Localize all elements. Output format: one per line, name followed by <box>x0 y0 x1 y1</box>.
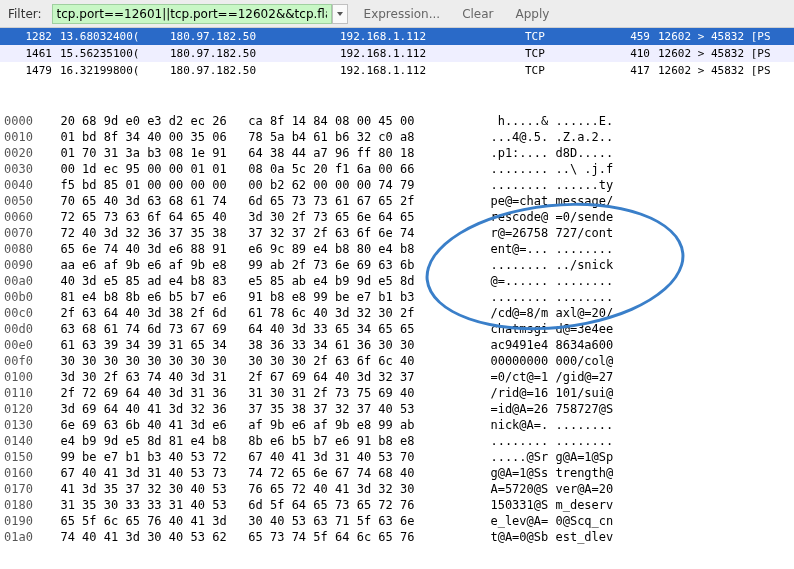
hex-line[interactable]: 0050 70 65 40 3d 63 68 61 74 6d 65 73 73… <box>4 193 790 209</box>
hex-bytes: 6e 69 63 6b 40 41 3d e6 af 9b e6 af 9b e… <box>46 417 476 433</box>
hex-line[interactable]: 01a0 74 40 41 3d 30 40 53 62 65 73 74 5f… <box>4 529 790 545</box>
hex-line[interactable]: 0020 01 70 31 3a b3 08 1e 91 64 38 44 a7… <box>4 145 790 161</box>
filter-input[interactable] <box>52 4 332 24</box>
hex-ascii: e_lev@A= 0@Scq_cn <box>476 513 790 529</box>
hex-offset: 0110 <box>4 385 46 401</box>
hex-offset: 00c0 <box>4 305 46 321</box>
hex-ascii: ........ ........ <box>476 289 790 305</box>
hex-line[interactable]: 0140 e4 b9 9d e5 8d 81 e4 b8 8b e6 b5 b7… <box>4 433 790 449</box>
hex-line[interactable]: 0180 31 35 30 33 33 31 40 53 6d 5f 64 65… <box>4 497 790 513</box>
filter-bar: Filter: Expression... Clear Apply <box>0 0 794 28</box>
hex-bytes: 41 3d 35 37 32 30 40 53 76 65 72 40 41 3… <box>46 481 476 497</box>
hex-line[interactable]: 00e0 61 63 39 34 39 31 65 34 38 36 33 34… <box>4 337 790 353</box>
hex-offset: 0160 <box>4 465 46 481</box>
hex-offset: 0060 <box>4 209 46 225</box>
hex-line[interactable]: 00c0 2f 63 64 40 3d 38 2f 6d 61 78 6c 40… <box>4 305 790 321</box>
hex-bytes: 40 3d e5 85 ad e4 b8 83 e5 85 ab e4 b9 9… <box>46 273 476 289</box>
hex-offset: 0150 <box>4 449 46 465</box>
packet-row[interactable]: 1461 15.56235100( 180.97.182.50 192.168.… <box>0 45 794 62</box>
hex-offset: 0190 <box>4 513 46 529</box>
hex-offset: 0050 <box>4 193 46 209</box>
hex-offset: 0030 <box>4 161 46 177</box>
hex-line[interactable]: 0060 72 65 73 63 6f 64 65 40 3d 30 2f 73… <box>4 209 790 225</box>
hex-bytes: 99 be e7 b1 b3 40 53 72 67 40 41 3d 31 4… <box>46 449 476 465</box>
chevron-down-icon <box>336 10 344 18</box>
hex-ascii: ........ ..\ .j.f <box>476 161 790 177</box>
hex-ascii: /rid@=16 101/sui@ <box>476 385 790 401</box>
hex-line[interactable]: 0170 41 3d 35 37 32 30 40 53 76 65 72 40… <box>4 481 790 497</box>
hex-bytes: f5 bd 85 01 00 00 00 00 00 b2 62 00 00 0… <box>46 177 476 193</box>
hex-line[interactable]: 0130 6e 69 63 6b 40 41 3d e6 af 9b e6 af… <box>4 417 790 433</box>
hex-line[interactable]: 0070 72 40 3d 32 36 37 35 38 37 32 37 2f… <box>4 225 790 241</box>
hex-line[interactable]: 0090 aa e6 af 9b e6 af 9b e8 99 ab 2f 73… <box>4 257 790 273</box>
hex-ascii: ........ ......ty <box>476 177 790 193</box>
hex-line[interactable]: 00f0 30 30 30 30 30 30 30 30 30 30 30 2f… <box>4 353 790 369</box>
hex-line[interactable]: 0110 2f 72 69 64 40 3d 31 36 31 30 31 2f… <box>4 385 790 401</box>
hex-offset: 00b0 <box>4 289 46 305</box>
clear-button[interactable]: Clear <box>456 5 499 23</box>
filter-label: Filter: <box>8 7 42 21</box>
hex-line[interactable]: 0100 3d 30 2f 63 74 40 3d 31 2f 67 69 64… <box>4 369 790 385</box>
apply-button[interactable]: Apply <box>510 5 556 23</box>
hex-line[interactable]: 0040 f5 bd 85 01 00 00 00 00 00 b2 62 00… <box>4 177 790 193</box>
hex-offset: 00a0 <box>4 273 46 289</box>
hex-line[interactable]: 0010 01 bd 8f 34 40 00 35 06 78 5a b4 61… <box>4 129 790 145</box>
hex-line[interactable]: 0190 65 5f 6c 65 76 40 41 3d 30 40 53 63… <box>4 513 790 529</box>
col-source: 180.97.182.50 <box>170 45 340 62</box>
packet-row[interactable]: 1479 16.32199800( 180.97.182.50 192.168.… <box>0 62 794 79</box>
hex-ascii: rescode@ =0/sende <box>476 209 790 225</box>
col-source: 180.97.182.50 <box>170 28 340 45</box>
expression-button[interactable]: Expression... <box>358 5 447 23</box>
hex-ascii: 00000000 000/col@ <box>476 353 790 369</box>
hex-bytes: 72 65 73 63 6f 64 65 40 3d 30 2f 73 65 6… <box>46 209 476 225</box>
hex-ascii: ac9491e4 8634a600 <box>476 337 790 353</box>
hex-line[interactable]: 0160 67 40 41 3d 31 40 53 73 74 72 65 6e… <box>4 465 790 481</box>
hex-line[interactable]: 0080 65 6e 74 40 3d e6 88 91 e6 9c 89 e4… <box>4 241 790 257</box>
hex-bytes: 31 35 30 33 33 31 40 53 6d 5f 64 65 73 6… <box>46 497 476 513</box>
hex-offset: 01a0 <box>4 529 46 545</box>
hex-ascii: ...4@.5. .Z.a.2.. <box>476 129 790 145</box>
col-len: 417 <box>610 62 650 79</box>
col-info: 12602 > 45832 [PS <box>650 45 794 62</box>
hex-offset: 0040 <box>4 177 46 193</box>
hex-bytes: 81 e4 b8 8b e6 b5 b7 e6 91 b8 e8 99 be e… <box>46 289 476 305</box>
hex-pane[interactable]: 0000 20 68 9d e0 e3 d2 ec 26 ca 8f 14 84… <box>0 79 794 569</box>
hex-line[interactable]: 00a0 40 3d e5 85 ad e4 b8 83 e5 85 ab e4… <box>4 273 790 289</box>
col-info: 12602 > 45832 [PS <box>650 62 794 79</box>
hex-ascii: r@=26758 727/cont <box>476 225 790 241</box>
packet-row[interactable]: 1282 13.68032400( 180.97.182.50 192.168.… <box>0 28 794 45</box>
hex-ascii: chatmsgi d@=3e4ee <box>476 321 790 337</box>
hex-ascii: h.....& ......E. <box>476 113 790 129</box>
col-no: 1461 <box>0 45 60 62</box>
hex-ascii: ........ ........ <box>476 433 790 449</box>
hex-bytes: aa e6 af 9b e6 af 9b e8 99 ab 2f 73 6e 6… <box>46 257 476 273</box>
hex-line[interactable]: 0120 3d 69 64 40 41 3d 32 36 37 35 38 37… <box>4 401 790 417</box>
hex-bytes: 2f 63 64 40 3d 38 2f 6d 61 78 6c 40 3d 3… <box>46 305 476 321</box>
hex-bytes: 70 65 40 3d 63 68 61 74 6d 65 73 73 61 6… <box>46 193 476 209</box>
packet-list[interactable]: 1282 13.68032400( 180.97.182.50 192.168.… <box>0 28 794 79</box>
hex-offset: 0170 <box>4 481 46 497</box>
hex-bytes: 30 30 30 30 30 30 30 30 30 30 30 2f 63 6… <box>46 353 476 369</box>
hex-line[interactable]: 0030 00 1d ec 95 00 00 01 01 08 0a 5c 20… <box>4 161 790 177</box>
hex-line[interactable]: 00d0 63 68 61 74 6d 73 67 69 64 40 3d 33… <box>4 321 790 337</box>
hex-bytes: 3d 30 2f 63 74 40 3d 31 2f 67 69 64 40 3… <box>46 369 476 385</box>
filter-dropdown-button[interactable] <box>332 4 348 24</box>
hex-ascii: /cd@=8/m axl@=20/ <box>476 305 790 321</box>
hex-ascii: ........ ../snick <box>476 257 790 273</box>
col-proto: TCP <box>525 28 610 45</box>
col-time: 15.56235100( <box>60 45 170 62</box>
col-dest: 192.168.1.112 <box>340 62 525 79</box>
hex-ascii: g@A=1@Ss trength@ <box>476 465 790 481</box>
hex-bytes: 72 40 3d 32 36 37 35 38 37 32 37 2f 63 6… <box>46 225 476 241</box>
hex-offset: 0010 <box>4 129 46 145</box>
hex-line[interactable]: 0000 20 68 9d e0 e3 d2 ec 26 ca 8f 14 84… <box>4 113 790 129</box>
hex-bytes: e4 b9 9d e5 8d 81 e4 b8 8b e6 b5 b7 e6 9… <box>46 433 476 449</box>
hex-offset: 0000 <box>4 113 46 129</box>
col-time: 13.68032400( <box>60 28 170 45</box>
hex-offset: 0080 <box>4 241 46 257</box>
hex-bytes: 3d 69 64 40 41 3d 32 36 37 35 38 37 32 3… <box>46 401 476 417</box>
hex-line[interactable]: 0150 99 be e7 b1 b3 40 53 72 67 40 41 3d… <box>4 449 790 465</box>
hex-line[interactable]: 00b0 81 e4 b8 8b e6 b5 b7 e6 91 b8 e8 99… <box>4 289 790 305</box>
hex-ascii: =id@A=26 758727@S <box>476 401 790 417</box>
hex-bytes: 63 68 61 74 6d 73 67 69 64 40 3d 33 65 3… <box>46 321 476 337</box>
